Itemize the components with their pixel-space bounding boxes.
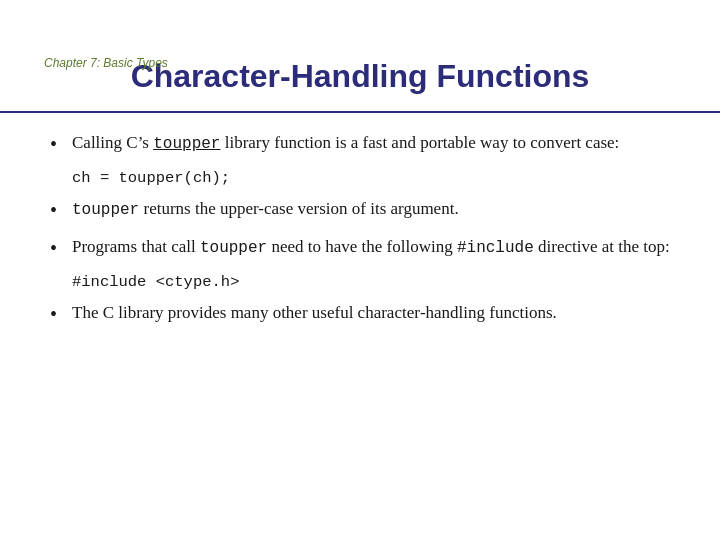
bullet-item-2: • toupper returns the upper-case version… bbox=[50, 197, 670, 225]
bullet-text-4: The C library provides many other useful… bbox=[72, 301, 670, 326]
bullet-dot-4: • bbox=[50, 300, 72, 329]
code-toupper-3: toupper bbox=[200, 239, 267, 257]
bullet-item-3: • Programs that call toupper need to hav… bbox=[50, 235, 670, 263]
code-toupper-1: toupper bbox=[153, 135, 220, 153]
bullet-text-3: Programs that call toupper need to have … bbox=[72, 235, 670, 260]
chapter-label: Chapter 7: Basic Types bbox=[44, 56, 168, 70]
bullet-text-1: Calling C’s toupper library function is … bbox=[72, 131, 670, 156]
bullet-dot-2: • bbox=[50, 196, 72, 225]
bullet-item-1: • Calling C’s toupper library function i… bbox=[50, 131, 670, 159]
code-block-2: #include <ctype.h> bbox=[72, 273, 670, 291]
code-block-1: ch = toupper(ch); bbox=[72, 169, 670, 187]
code-include: #include bbox=[457, 239, 534, 257]
code-toupper-2: toupper bbox=[72, 201, 139, 219]
bullet-text-2: toupper returns the upper-case version o… bbox=[72, 197, 670, 222]
bullet-dot-3: • bbox=[50, 234, 72, 263]
bullet-dot-1: • bbox=[50, 130, 72, 159]
slide: Chapter 7: Basic Types Character-Handlin… bbox=[0, 48, 720, 540]
bullet-item-4: • The C library provides many other usef… bbox=[50, 301, 670, 329]
content-area: • Calling C’s toupper library function i… bbox=[0, 113, 720, 349]
